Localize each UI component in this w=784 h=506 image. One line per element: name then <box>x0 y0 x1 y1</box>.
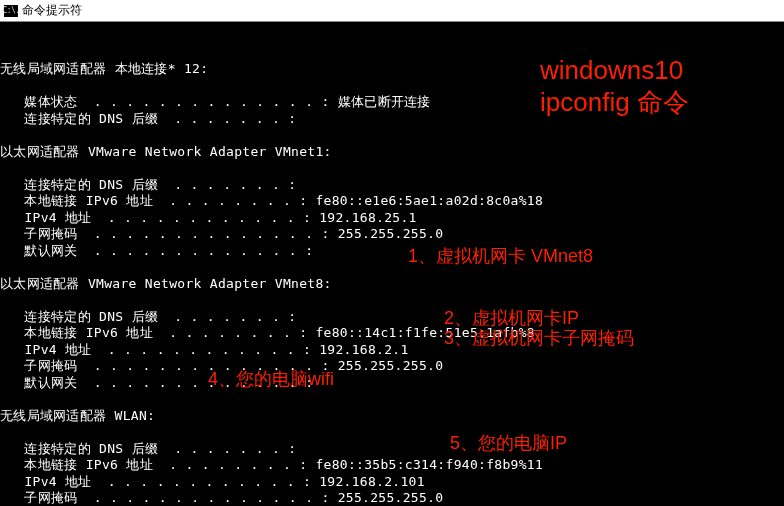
annotation: 4、您的电脑wifi <box>208 371 334 388</box>
annotation: 3、虚拟机网卡子网掩码 <box>444 330 634 347</box>
annotation: 2、虚拟机网卡IP <box>444 310 579 327</box>
output-line: 子网掩码 . . . . . . . . . . . . . . : 255.2… <box>0 226 784 243</box>
cmd-icon: C:\. <box>4 5 18 17</box>
output-line: 本地链接 IPv6 地址 . . . . . . . . : fe80::14c… <box>0 325 784 342</box>
terminal-output: 无线局域网适配器 本地连接* 12: 媒体状态 . . . . . . . . … <box>0 22 784 506</box>
annotation: windowns10 <box>540 62 683 79</box>
window-title: 命令提示符 <box>22 2 82 19</box>
annotation: ipconfig 命令 <box>540 94 689 111</box>
output-line: 子网掩码 . . . . . . . . . . . . . . : 255.2… <box>0 358 784 375</box>
annotation: 1、虚拟机网卡 VMnet8 <box>408 248 593 265</box>
output-line: 子网掩码 . . . . . . . . . . . . . . : 255.2… <box>0 490 784 506</box>
output-line: 默认网关 . . . . . . . . . . . . . : <box>0 243 784 260</box>
output-line <box>0 127 784 144</box>
output-line: 连接特定的 DNS 后缀 . . . . . . . : <box>0 177 784 194</box>
output-line: 连接特定的 DNS 后缀 . . . . . . . : <box>0 309 784 326</box>
output-line: 以太网适配器 VMware Network Adapter VMnet1: <box>0 144 784 161</box>
output-line <box>0 424 784 441</box>
output-line: IPv4 地址 . . . . . . . . . . . . : 192.16… <box>0 474 784 491</box>
output-line: 连接特定的 DNS 后缀 . . . . . . . : <box>0 441 784 458</box>
output-line: IPv4 地址 . . . . . . . . . . . . : 192.16… <box>0 342 784 359</box>
titlebar: C:\. 命令提示符 <box>0 0 784 22</box>
output-line: 默认网关 . . . . . . . . . . . . . : <box>0 375 784 392</box>
output-line: 无线局域网适配器 WLAN: <box>0 408 784 425</box>
output-line <box>0 259 784 276</box>
output-line: IPv4 地址 . . . . . . . . . . . . : 192.16… <box>0 210 784 227</box>
output-line <box>0 391 784 408</box>
output-line <box>0 160 784 177</box>
output-line <box>0 292 784 309</box>
output-line: 本地链接 IPv6 地址 . . . . . . . . : fe80::e1e… <box>0 193 784 210</box>
output-line: 以太网适配器 VMware Network Adapter VMnet8: <box>0 276 784 293</box>
annotation: 5、您的电脑IP <box>450 435 567 452</box>
output-line: 本地链接 IPv6 地址 . . . . . . . . : fe80::35b… <box>0 457 784 474</box>
